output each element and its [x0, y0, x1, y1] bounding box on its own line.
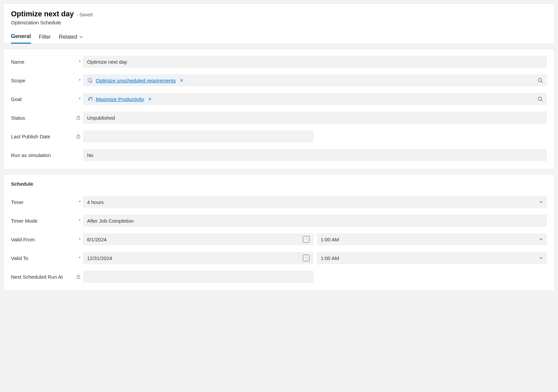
svg-rect-5: [77, 117, 80, 120]
saved-status: - Saved: [76, 12, 92, 17]
tab-general-label: General: [11, 33, 31, 39]
general-section: Name * Optimize next day Scope * Optimiz…: [3, 49, 555, 169]
valid-from-label: Valid From: [11, 237, 76, 242]
schedule-section-title: Schedule: [11, 181, 547, 187]
timer-select[interactable]: 4 hours: [83, 196, 547, 208]
tab-filter-label: Filter: [39, 34, 51, 40]
row-timer-mode: Timer Mode * After Job Completion: [11, 215, 547, 227]
calendar-icon[interactable]: ⋯: [303, 236, 310, 243]
search-icon[interactable]: [538, 96, 543, 102]
tab-bar: General Filter Related: [11, 33, 547, 44]
required-marker: *: [79, 60, 81, 64]
lock-icon: [76, 134, 83, 139]
name-value: Optimize next day: [87, 59, 127, 65]
scope-remove-icon[interactable]: ✕: [180, 78, 183, 83]
goal-remove-icon[interactable]: ✕: [148, 97, 152, 102]
status-label: Status: [11, 115, 76, 121]
tab-related-label: Related: [59, 34, 77, 40]
svg-rect-0: [88, 79, 91, 81]
valid-from-date-value: 6/1/2024: [87, 237, 106, 242]
valid-from-date-input[interactable]: 6/1/2024 ⋯: [83, 233, 314, 245]
svg-line-4: [541, 100, 543, 101]
tab-filter[interactable]: Filter: [39, 33, 51, 44]
svg-rect-6: [77, 136, 80, 138]
row-goal: Goal * Maximize Productivity ✕: [11, 93, 547, 105]
status-field: Unpublished: [83, 112, 547, 124]
row-scope: Scope * Optimize unscheduled requirement…: [11, 74, 547, 86]
required-marker: *: [79, 78, 81, 83]
timer-label: Timer: [11, 199, 76, 205]
next-run-field: [83, 271, 314, 283]
scope-lookup[interactable]: Optimize unscheduled requirements ✕: [83, 74, 547, 86]
run-sim-label: Run as simulation: [11, 152, 76, 158]
run-sim-field[interactable]: No: [83, 149, 547, 161]
search-icon[interactable]: [538, 78, 543, 83]
svg-point-1: [538, 78, 542, 82]
record-header: Optimize next day - Saved Optimization S…: [3, 3, 555, 44]
valid-to-label: Valid To: [11, 255, 76, 261]
status-value: Unpublished: [87, 115, 115, 121]
row-valid-from: Valid From * 6/1/2024 ⋯ 1:00 AM: [11, 233, 547, 245]
valid-to-time-value: 1:00 AM: [321, 255, 339, 261]
required-marker: *: [79, 219, 81, 223]
goal-link[interactable]: Maximize Productivity: [96, 96, 144, 102]
tab-general[interactable]: General: [11, 33, 31, 44]
entity-subtitle: Optimization Schedule: [11, 20, 547, 25]
valid-from-time-value: 1:00 AM: [321, 237, 339, 242]
chevron-down-icon: [539, 237, 543, 241]
svg-point-3: [538, 97, 542, 100]
chevron-down-icon: [79, 35, 83, 39]
valid-from-time-select[interactable]: 1:00 AM: [317, 233, 547, 245]
required-marker: *: [79, 256, 81, 261]
lock-icon: [76, 274, 83, 279]
scope-chip: Optimize unscheduled requirements ✕: [85, 76, 186, 85]
timer-mode-value: After Job Completion: [87, 218, 134, 224]
timer-mode-label: Timer Mode: [11, 218, 76, 224]
required-marker: *: [79, 237, 81, 242]
row-name: Name * Optimize next day: [11, 56, 547, 68]
page-title: Optimize next day: [11, 10, 74, 18]
calendar-icon[interactable]: ⋯: [303, 255, 310, 261]
timer-mode-field[interactable]: After Job Completion: [83, 215, 547, 227]
required-marker: *: [79, 200, 81, 205]
row-last-publish: Last Publish Date: [11, 130, 547, 142]
scope-label: Scope: [11, 78, 76, 83]
row-next-run: Next Scheduled Run At: [11, 271, 547, 283]
required-marker: *: [79, 97, 81, 102]
scope-entity-icon: [88, 78, 93, 83]
name-input[interactable]: Optimize next day: [83, 56, 547, 68]
last-publish-field: [83, 130, 314, 142]
schedule-section: Schedule Timer * 4 hours Timer Mode * Af…: [3, 174, 555, 291]
goal-label: Goal: [11, 96, 76, 102]
valid-to-date-input[interactable]: 12/31/2024 ⋯: [83, 252, 314, 264]
row-valid-to: Valid To * 12/31/2024 ⋯ 1:00 AM: [11, 252, 547, 264]
goal-entity-icon: [88, 96, 93, 102]
name-label: Name: [11, 59, 76, 65]
chevron-down-icon: [539, 256, 543, 260]
goal-lookup[interactable]: Maximize Productivity ✕: [83, 93, 547, 105]
run-sim-value: No: [87, 152, 93, 158]
chevron-down-icon: [539, 200, 543, 204]
valid-to-date-value: 12/31/2024: [87, 255, 112, 261]
svg-rect-7: [77, 276, 80, 279]
row-run-simulation: Run as simulation No: [11, 149, 547, 161]
row-timer: Timer * 4 hours: [11, 196, 547, 208]
next-run-label: Next Scheduled Run At: [11, 274, 76, 280]
goal-chip: Maximize Productivity ✕: [85, 95, 154, 103]
scope-link[interactable]: Optimize unscheduled requirements: [96, 78, 176, 83]
svg-line-2: [541, 81, 543, 83]
valid-to-time-select[interactable]: 1:00 AM: [317, 252, 547, 264]
lock-icon: [76, 115, 83, 120]
last-publish-label: Last Publish Date: [11, 134, 76, 139]
timer-value: 4 hours: [87, 199, 104, 205]
row-status: Status Unpublished: [11, 112, 547, 124]
tab-related[interactable]: Related: [59, 33, 83, 44]
